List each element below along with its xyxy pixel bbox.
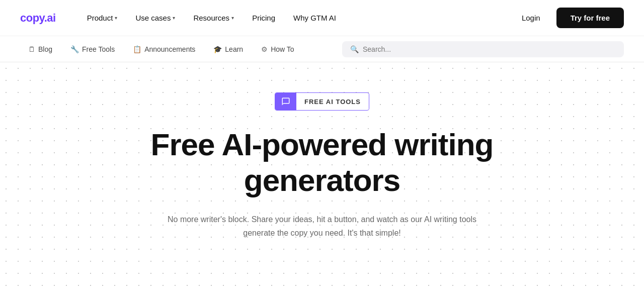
sec-nav-how-to[interactable]: ⚙ How To	[253, 42, 302, 56]
hero-title: Free AI-powered writing generators	[131, 127, 513, 198]
login-button[interactable]: Login	[514, 10, 548, 26]
nav-resources-label: Resources	[193, 14, 229, 22]
chevron-down-icon: ▾	[115, 15, 117, 21]
nav-pricing[interactable]: Pricing	[245, 10, 282, 26]
nav-resources[interactable]: Resources ▾	[186, 10, 241, 26]
blog-icon: 🗒	[28, 45, 35, 53]
nav-product[interactable]: Product ▾	[80, 10, 125, 26]
search-container[interactable]: 🔍	[342, 41, 624, 57]
sec-nav-learn[interactable]: 🎓 Learn	[205, 42, 251, 56]
announcements-icon: 📋	[133, 45, 141, 53]
try-free-button[interactable]: Try for free	[556, 8, 624, 28]
nav-use-cases[interactable]: Use cases ▾	[128, 10, 182, 26]
tools-icon: 🔧	[70, 45, 79, 53]
nav-why-gtm-label: Why GTM AI	[293, 14, 336, 22]
how-to-icon: ⚙	[261, 45, 268, 53]
logo-accent: ai	[47, 12, 55, 24]
sec-nav-blog-label: Blog	[38, 45, 52, 53]
learn-icon: 🎓	[213, 45, 222, 53]
badge-label: FREE AI TOOLS	[296, 94, 369, 110]
sec-nav-free-tools-label: Free Tools	[82, 45, 115, 53]
hero-badge: FREE AI TOOLS	[275, 92, 369, 111]
sec-nav-announcements-label: Announcements	[144, 45, 195, 53]
nav-product-label: Product	[87, 14, 113, 22]
hero-section: FREE AI TOOLS Free AI-powered writing ge…	[0, 62, 644, 293]
search-icon: 🔍	[350, 45, 359, 53]
sec-nav-blog[interactable]: 🗒 Blog	[20, 42, 60, 56]
logo[interactable]: copy.ai	[20, 12, 56, 25]
sec-nav-announcements[interactable]: 📋 Announcements	[125, 42, 203, 56]
top-navigation: copy.ai Product ▾ Use cases ▾ Resources …	[0, 0, 644, 36]
badge-icon	[275, 93, 296, 110]
logo-text: copy.	[20, 12, 47, 24]
sec-nav-learn-label: Learn	[225, 45, 243, 53]
secondary-nav-links: 🗒 Blog 🔧 Free Tools 📋 Announcements 🎓 Le…	[20, 42, 302, 56]
sec-nav-how-to-label: How To	[271, 45, 294, 53]
search-input[interactable]	[363, 45, 616, 53]
nav-right-actions: Login Try for free	[514, 8, 624, 28]
nav-why-gtm[interactable]: Why GTM AI	[286, 10, 343, 26]
chevron-down-icon: ▾	[231, 15, 234, 21]
secondary-navigation: 🗒 Blog 🔧 Free Tools 📋 Announcements 🎓 Le…	[0, 36, 644, 62]
nav-pricing-label: Pricing	[252, 14, 275, 22]
sec-nav-free-tools[interactable]: 🔧 Free Tools	[62, 42, 123, 56]
nav-use-cases-label: Use cases	[135, 14, 171, 22]
hero-subtitle: No more writer's block. Share your ideas…	[151, 213, 493, 240]
nav-links: Product ▾ Use cases ▾ Resources ▾ Pricin…	[80, 10, 514, 26]
chevron-down-icon: ▾	[173, 15, 175, 21]
